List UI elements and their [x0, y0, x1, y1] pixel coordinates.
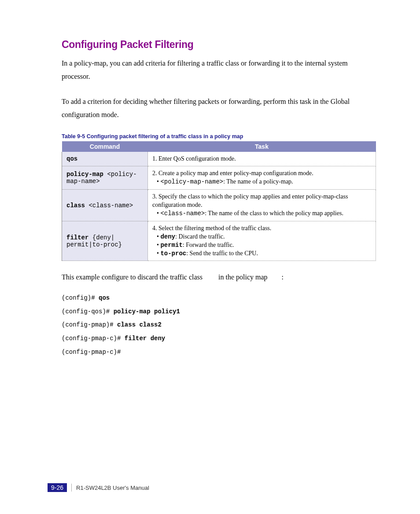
bullet-mono: to-proc	[160, 250, 186, 257]
task-num: 2.	[152, 170, 157, 176]
task-cell: 4. Select the filtering method of the tr…	[148, 221, 376, 261]
cmd-arg: <class-name>	[88, 202, 133, 209]
task-cell: 2. Create a policy map and enter policy-…	[148, 166, 376, 190]
table-row: class <class-name> 3. Specify the class …	[62, 190, 376, 221]
cmd-cell: class <class-name>	[62, 190, 148, 221]
task-text: Create a policy map and enter policy-map…	[158, 170, 313, 176]
example-intro-c: :	[282, 273, 284, 281]
task-num: 3.	[152, 193, 157, 200]
bullet-mono: <policy-map-name>	[160, 178, 223, 185]
cli-prompt: (config)#	[62, 294, 99, 301]
cli-prompt: (config-pmap-c)#	[62, 349, 121, 356]
task-bullet: <class-name>: The name of the class to w…	[152, 209, 371, 218]
cli-line: (config-qos)# policy-map policy1	[62, 305, 376, 319]
example-intro-a: This example configure to discard the tr…	[62, 273, 204, 281]
cmd-bold: class	[66, 202, 88, 209]
cmd-cell: filter {deny| permit|to-proc}	[62, 221, 148, 261]
section-heading: Configuring Packet Filtering	[62, 39, 376, 51]
page-number: 9-26	[48, 483, 67, 492]
bullet-mono: <class-name>	[160, 210, 205, 217]
cmd-cell: policy-map <policy-map-name>	[62, 166, 148, 190]
cli-example: (config)# qos (config-qos)# policy-map p…	[62, 291, 376, 359]
table-caption: Table 9-5 Configuring packet filtering o…	[62, 133, 376, 140]
task-cell: 3. Specify the class to which the policy…	[148, 190, 376, 221]
cli-line: (config-pmap)# class class2	[62, 318, 376, 332]
bullet-mono: deny	[160, 233, 175, 240]
cli-prompt: (config-pmap-c)#	[62, 335, 125, 342]
task-bullet: to-proc: Send the traffic to the CPU.	[152, 250, 371, 258]
task-text: Specify the class to which the policy ma…	[152, 193, 348, 208]
bullet-rest: : The name of a policy-map.	[223, 178, 293, 185]
task-text: Select the filtering method of the traff…	[158, 225, 271, 231]
table-row: qos 1. Enter QoS configuration mode.	[62, 152, 376, 166]
cli-prompt: (config-pmap)#	[62, 321, 117, 328]
cmd-bold: policy-map	[66, 171, 107, 178]
page-footer: 9-26 R1-SW24L2B User's Manual	[48, 483, 149, 492]
table-header-row: Command Task	[62, 141, 376, 152]
bullet-rest: : Send the traffic to the CPU.	[186, 250, 258, 257]
cli-prompt: (config-qos)#	[62, 308, 114, 315]
task-bullet: permit: Forward the traffic.	[152, 241, 371, 250]
task-bullet: deny: Discard the traffic.	[152, 233, 371, 241]
cli-line: (config)# qos	[62, 291, 376, 305]
cli-command: policy-map policy1	[114, 308, 180, 315]
footer-text: R1-SW24L2B User's Manual	[76, 485, 149, 491]
cli-line: (config-pmap-c)#	[62, 345, 376, 359]
col-header-task: Task	[148, 141, 376, 152]
bullet-rest: : Discard the traffic.	[175, 233, 225, 240]
document-page: Configuring Packet Filtering In a policy…	[0, 0, 420, 514]
cmd-bold: qos	[66, 155, 77, 162]
intro-paragraph-2: To add a criterion for deciding whether …	[62, 95, 376, 122]
table-row: filter {deny| permit|to-proc} 4. Select …	[62, 221, 376, 261]
cli-command: filter deny	[125, 335, 165, 342]
col-header-command: Command	[62, 141, 148, 152]
bullet-rest: : Forward the traffic.	[183, 242, 234, 248]
cli-command: class class2	[117, 321, 162, 328]
task-bullet: <policy-map-name>: The name of a policy-…	[152, 178, 371, 186]
command-table: Command Task qos 1. Enter QoS configurat…	[62, 141, 376, 261]
task-num: 1.	[152, 155, 157, 162]
example-intro-b: in the policy map	[217, 273, 269, 281]
task-cell: 1. Enter QoS configuration mode.	[148, 152, 376, 166]
task-num: 4.	[152, 225, 157, 231]
intro-paragraph-1: In a policy-map, you can add criteria fo…	[62, 57, 376, 84]
table-row: policy-map <policy-map-name> 2. Create a…	[62, 166, 376, 190]
cli-command: qos	[99, 294, 110, 301]
bullet-mono: permit	[160, 242, 182, 249]
cli-line: (config-pmap-c)# filter deny	[62, 332, 376, 345]
cmd-cell: qos	[62, 152, 148, 166]
example-intro: This example configure to discard the tr…	[62, 271, 376, 284]
footer-divider	[71, 484, 72, 492]
bullet-rest: : The name of the class to which the pol…	[205, 210, 343, 217]
cmd-bold: filter	[66, 234, 88, 241]
task-text: Enter QoS configuration mode.	[158, 155, 236, 162]
